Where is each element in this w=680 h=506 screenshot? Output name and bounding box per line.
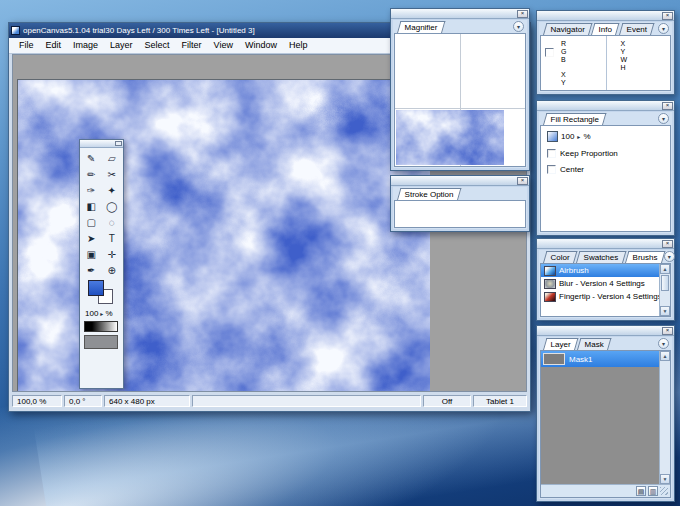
texture-preview[interactable] [84, 335, 118, 349]
statusbar: 100,0 % 0,0 ° 640 x 480 px Off Tablet 1 [12, 393, 527, 408]
foreground-color-swatch[interactable] [88, 280, 104, 296]
center-option[interactable]: Center [547, 165, 670, 174]
scroll-up-icon[interactable]: ▲ [660, 264, 670, 274]
crop-tool[interactable]: ▣ [81, 246, 102, 262]
brush-item-blur[interactable]: Blur - Version 4 Settings [541, 277, 659, 290]
menu-edit[interactable]: Edit [40, 38, 68, 53]
hand-tool[interactable]: ✛ [102, 246, 123, 262]
spinner-arrow-icon[interactable]: ▸ [100, 310, 103, 317]
keep-proportion-checkbox[interactable] [547, 149, 556, 158]
status-spacer [192, 395, 421, 407]
toolbox-collapse-button[interactable] [115, 141, 122, 146]
info-color-block: R G B X Y [541, 36, 606, 90]
collapse-arrow-icon[interactable]: ▾ [513, 21, 524, 32]
stroke-option-titlebar[interactable]: × [391, 176, 529, 186]
app-icon[interactable] [11, 26, 20, 35]
lasso-tool[interactable]: ◌ [102, 214, 123, 230]
move-tool[interactable]: ➤ [81, 230, 102, 246]
magnifier-titlebar[interactable]: × [391, 9, 529, 19]
menu-layer[interactable]: Layer [104, 38, 139, 53]
tab-mask[interactable]: Mask [577, 338, 612, 350]
gradient-tool[interactable]: ◧ [81, 198, 102, 214]
info-g-label: G [561, 48, 606, 56]
close-icon[interactable]: × [662, 102, 673, 110]
tab-swatches[interactable]: Swatches [576, 251, 626, 263]
fill-rectangle-titlebar[interactable]: × [537, 101, 674, 111]
delete-layer-icon[interactable]: ▥ [648, 486, 658, 496]
stroke-option-panel: × Stroke Option [390, 175, 530, 232]
tab-magnifier[interactable]: Magnifier [397, 21, 445, 33]
magnifier-panel: × Magnifier ▾ [390, 8, 530, 171]
tab-event[interactable]: Event [619, 23, 655, 35]
tab-color[interactable]: Color [543, 251, 578, 263]
fill-scale-value: 100 [561, 132, 574, 141]
info-rect-h-label: H [621, 64, 671, 72]
menu-filter[interactable]: Filter [176, 38, 208, 53]
scroll-down-icon[interactable]: ▼ [660, 306, 670, 316]
keep-proportion-label: Keep Proportion [560, 149, 618, 158]
menu-select[interactable]: Select [139, 38, 176, 53]
center-label: Center [560, 165, 584, 174]
collapse-arrow-icon[interactable]: ▾ [664, 251, 675, 262]
brush-item-fingertip[interactable]: Fingertip - Version 4 Settings [541, 290, 659, 303]
collapse-arrow-icon[interactable]: ▾ [658, 113, 669, 124]
close-icon[interactable]: × [517, 10, 528, 18]
rect-select-tool[interactable]: ▢ [81, 214, 102, 230]
tab-stroke-option[interactable]: Stroke Option [397, 188, 461, 200]
menu-image[interactable]: Image [67, 38, 104, 53]
toolbox-palette: ✎ ▱ ✏ ✂ ✑ ✦ ◧ ◯ ▢ ◌ ➤ T ▣ ✛ ✒ ⊕ [79, 139, 124, 389]
navigator-titlebar[interactable]: × [537, 11, 674, 21]
gradient-preview[interactable] [84, 321, 118, 332]
tab-fill-rectangle[interactable]: Fill Rectangle [543, 113, 607, 125]
brush-item-airbrush[interactable]: Airbrush [541, 264, 659, 277]
scissors-tool[interactable]: ✂ [102, 166, 123, 182]
rotation-angle: 0,0 ° [64, 395, 102, 407]
tab-brushs[interactable]: Brushs [625, 251, 665, 263]
brush-scrollbar[interactable]: ▲ ▼ [659, 264, 670, 316]
brushes-titlebar[interactable]: × [537, 239, 674, 249]
scrollbar-thumb[interactable] [661, 275, 669, 291]
resize-grip[interactable] [660, 487, 668, 495]
magnifier-view[interactable] [394, 33, 526, 167]
pencil-tool[interactable]: ✏ [81, 166, 102, 182]
collapse-arrow-icon[interactable]: ▾ [658, 23, 669, 34]
close-icon[interactable]: × [662, 12, 673, 20]
menu-file[interactable]: File [13, 38, 40, 53]
collapse-arrow-icon[interactable]: ▾ [658, 338, 669, 349]
pen-tool[interactable]: ✎ [81, 150, 102, 166]
layer-item-mask1[interactable]: Mask1 [541, 351, 659, 367]
close-icon[interactable]: × [662, 240, 673, 248]
tool-grid: ✎ ▱ ✏ ✂ ✑ ✦ ◧ ◯ ▢ ◌ ➤ T ▣ ✛ ✒ ⊕ [80, 148, 123, 278]
magic-wand-tool[interactable]: ✦ [102, 182, 123, 198]
menu-view[interactable]: View [208, 38, 239, 53]
color-sample-checkbox[interactable] [545, 48, 554, 57]
layer-titlebar[interactable]: × [537, 326, 674, 336]
scroll-down-icon[interactable]: ▼ [660, 474, 670, 484]
center-checkbox[interactable] [547, 165, 556, 174]
eraser-tool[interactable]: ▱ [102, 150, 123, 166]
menu-window[interactable]: Window [239, 38, 283, 53]
fill-rectangle-panel: × Fill Rectangle ▾ 100 ▸ % Keep Proporti… [536, 100, 675, 236]
tab-layer[interactable]: Layer [543, 338, 578, 350]
close-icon[interactable]: × [517, 177, 528, 185]
spinner-arrow-icon[interactable]: ▸ [577, 133, 580, 140]
tab-info[interactable]: Info [591, 23, 620, 35]
zoom-tool[interactable]: ⊕ [102, 262, 123, 278]
keep-proportion-option[interactable]: Keep Proportion [547, 149, 670, 158]
toolbox-titlebar[interactable] [80, 140, 123, 148]
menu-help[interactable]: Help [283, 38, 314, 53]
close-icon[interactable]: × [662, 327, 673, 335]
tab-navigator[interactable]: Navigator [543, 23, 593, 35]
brushes-panel: × Color Swatches Brushs ▾ Airbrush Blur … [536, 238, 675, 321]
layer-scrollbar[interactable]: ▲ ▼ [659, 351, 670, 484]
ellipse-select-tool[interactable]: ◯ [102, 198, 123, 214]
text-tool[interactable]: T [102, 230, 123, 246]
eyedropper-tool[interactable]: ✒ [81, 262, 102, 278]
layer-panel: × Layer Mask ▾ Mask1 ▲ ▼ [536, 325, 675, 502]
new-layer-icon[interactable]: ▤ [636, 486, 646, 496]
layer-toolbar: ▤ ▥ [541, 484, 670, 497]
scroll-up-icon[interactable]: ▲ [660, 351, 670, 361]
brush-tool[interactable]: ✑ [81, 182, 102, 198]
layer-list: Mask1 [541, 351, 659, 484]
layer-header: Layer Mask ▾ [539, 337, 672, 350]
